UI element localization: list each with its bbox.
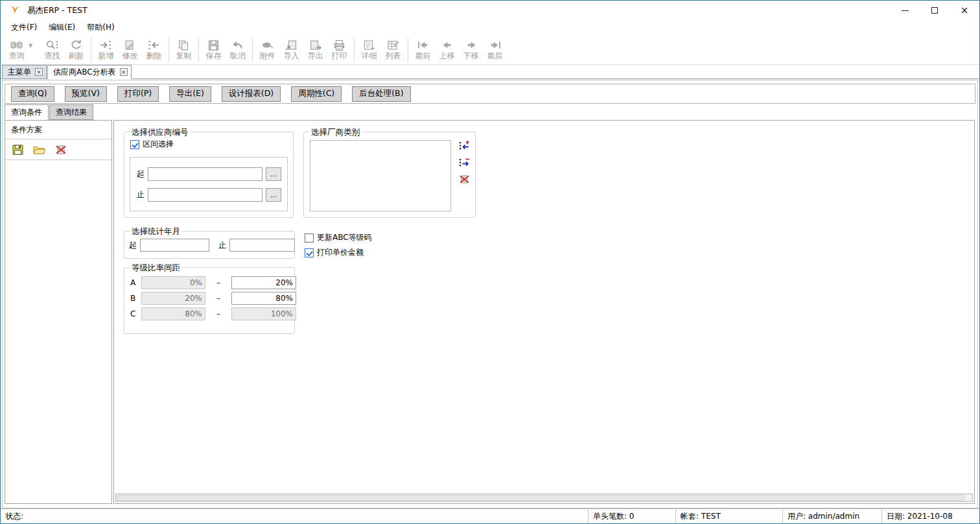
supplier-to-browse-button[interactable]: … xyxy=(266,188,281,202)
menu-edit[interactable]: 编辑(E) xyxy=(43,20,81,35)
query-button[interactable]: 查询(Q) xyxy=(11,86,54,102)
vendor-category-listbox[interactable] xyxy=(310,140,451,211)
toolbar-first[interactable]: 最前 xyxy=(411,39,435,60)
tab-main-menu[interactable]: 主菜单 × xyxy=(2,65,47,78)
supplier-from-browse-button[interactable]: … xyxy=(266,167,281,181)
periodic-button[interactable]: 周期性(C) xyxy=(291,86,342,102)
save-icon xyxy=(206,39,222,51)
group-title: 选择统计年月 xyxy=(130,226,182,237)
scrollbar-thumb[interactable] xyxy=(117,495,964,501)
close-button[interactable]: × xyxy=(950,1,979,20)
remove-category-icon[interactable] xyxy=(458,157,470,168)
find-icon xyxy=(45,39,60,51)
minimize-button[interactable] xyxy=(890,1,920,20)
toolbar-delete[interactable]: 删除 xyxy=(142,39,166,60)
move-down-icon xyxy=(463,39,479,51)
stat-month-group: 选择统计年月 起 止 xyxy=(124,231,295,259)
range-select-checkbox[interactable] xyxy=(130,140,139,149)
group-title: 等级比率间距 xyxy=(130,263,182,274)
last-icon xyxy=(487,39,503,51)
delete-scheme-icon[interactable] xyxy=(54,144,67,156)
grade-a-label: A xyxy=(130,278,141,287)
toolbar-query[interactable]: 查询 xyxy=(5,39,29,60)
tab-close-icon[interactable]: × xyxy=(120,68,128,76)
toolbar-copy[interactable]: 复制 xyxy=(172,39,196,60)
tab-query-results[interactable]: 查询结果 xyxy=(49,104,93,120)
toolbar-cancel[interactable]: 取消 xyxy=(226,39,250,60)
menu-file[interactable]: 文件(F) xyxy=(5,20,43,35)
grade-a-from-input xyxy=(141,276,205,289)
toolbar-detail[interactable]: 详细 xyxy=(357,39,381,60)
toolbar-save[interactable]: 保存 xyxy=(202,39,226,60)
toolbar-separator xyxy=(91,38,91,62)
toolbar-list[interactable]: 列表 xyxy=(381,39,405,60)
window-title: 易杰ERP - TEST xyxy=(27,5,88,16)
close-icon: × xyxy=(961,6,969,16)
update-abc-checkbox[interactable] xyxy=(305,233,314,243)
minimize-icon xyxy=(902,10,909,11)
print-icon xyxy=(332,39,347,51)
view-tabs: 查询条件 查询结果 xyxy=(5,106,94,120)
toolbar-add[interactable]: 新增 xyxy=(94,39,118,60)
current-user: 用户: admin/admin xyxy=(783,509,882,523)
design-report-button[interactable]: 设计报表(D) xyxy=(222,86,281,102)
app-logo-icon xyxy=(9,5,21,16)
group-title: 选择厂商类别 xyxy=(309,127,362,138)
supplier-from-input[interactable] xyxy=(148,167,262,181)
toolbar-move-up[interactable]: 上移 xyxy=(435,39,459,60)
range-dash: – xyxy=(205,294,231,303)
month-to-input[interactable] xyxy=(229,239,295,252)
toolbar-refresh[interactable]: 刷新 xyxy=(64,39,88,60)
account-set: 帐套: TEST xyxy=(676,509,783,523)
grade-a-to-input[interactable] xyxy=(231,276,296,289)
toolbar-export[interactable]: 导出 xyxy=(303,39,327,60)
export-button[interactable]: 导出(E) xyxy=(169,86,211,102)
clear-category-icon[interactable] xyxy=(458,174,470,185)
tab-close-icon[interactable]: × xyxy=(35,68,43,76)
background-process-button[interactable]: 后台处理(B) xyxy=(352,86,410,102)
query-dropdown-icon[interactable]: ▼ xyxy=(29,43,39,49)
copy-icon xyxy=(176,39,192,51)
print-button[interactable]: 打印(P) xyxy=(117,86,159,102)
range-select-label: 区间选择 xyxy=(143,139,174,150)
toolbar-find[interactable]: 查找 xyxy=(40,39,64,60)
grade-c-to-input xyxy=(231,307,296,320)
menu-help[interactable]: 帮助(H) xyxy=(81,20,120,35)
grade-c-label: C xyxy=(130,309,141,318)
attachment-icon xyxy=(260,39,275,51)
tab-query-conditions[interactable]: 查询条件 xyxy=(5,104,49,120)
move-up-icon xyxy=(439,39,455,51)
list-icon xyxy=(386,39,401,51)
condition-scheme-panel: 条件方案 xyxy=(5,120,112,504)
print-price-checkbox[interactable] xyxy=(305,248,314,257)
supplier-number-group: 选择供应商编号 区间选择 起 … 止 … xyxy=(124,132,294,218)
toolbar-print[interactable]: 打印 xyxy=(327,39,351,60)
query-icon xyxy=(9,39,25,51)
add-category-icon[interactable] xyxy=(458,140,470,151)
toolbar-attachment[interactable]: 附件 xyxy=(255,39,279,60)
print-price-row: 打印单价金额 xyxy=(305,247,364,258)
open-scheme-icon[interactable] xyxy=(32,144,46,156)
preview-button[interactable]: 预览(V) xyxy=(65,86,107,102)
toolbar-edit[interactable]: 修改 xyxy=(118,39,142,60)
month-from-input[interactable] xyxy=(140,239,209,252)
horizontal-scrollbar[interactable] xyxy=(115,494,973,502)
grade-b-label: B xyxy=(130,294,141,303)
toolbar-import[interactable]: 导入 xyxy=(279,39,303,60)
toolbar-last[interactable]: 最后 xyxy=(483,39,507,60)
first-icon xyxy=(415,39,431,51)
toolbar-move-down[interactable]: 下移 xyxy=(459,39,483,60)
supplier-to-input[interactable] xyxy=(148,188,262,202)
grade-b-to-input[interactable] xyxy=(231,292,296,305)
maximize-button[interactable] xyxy=(920,1,950,20)
status-bar: 状态: 单头笔数: 0 帐套: TEST 用户: admin/admin 日期:… xyxy=(1,508,979,523)
condition-scheme-title: 条件方案 xyxy=(5,121,111,139)
save-scheme-icon[interactable] xyxy=(12,144,24,156)
group-title: 选择供应商编号 xyxy=(130,127,191,138)
document-tabbar: 主菜单 × 供应商ABC分析表 × xyxy=(1,65,979,79)
add-icon xyxy=(99,39,114,51)
grade-b-from-input xyxy=(141,292,205,305)
record-count: 单头笔数: 0 xyxy=(589,509,676,523)
tab-supplier-abc-analysis[interactable]: 供应商ABC分析表 × xyxy=(47,65,132,79)
page-content: 查询(Q) 预览(V) 打印(P) 导出(E) 设计报表(D) 周期性(C) 后… xyxy=(2,80,978,508)
